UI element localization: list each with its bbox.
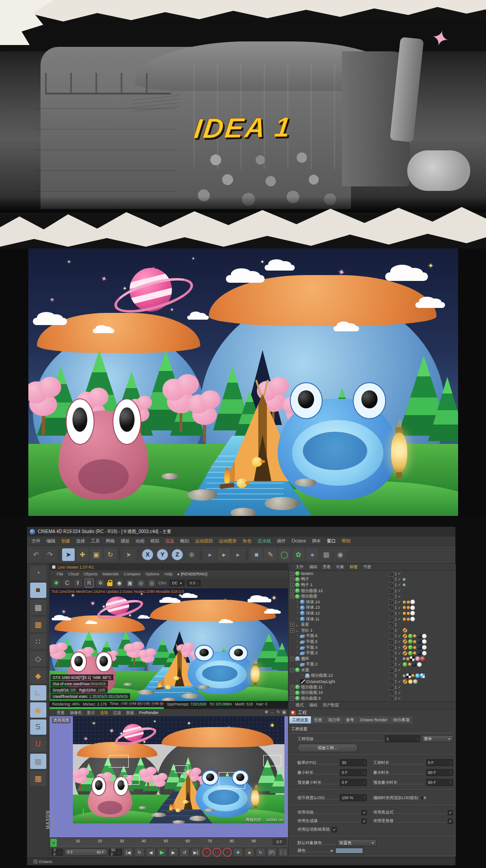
- visibility-dots-icon[interactable]: [395, 657, 397, 660]
- viewport-solo-icon[interactable]: ◉: [30, 702, 46, 718]
- loop-button[interactable]: ↺: [180, 848, 189, 857]
- vp-menu-摄像机[interactable]: 摄像机: [70, 710, 82, 716]
- object-row[interactable]: +∟星星: [288, 622, 456, 628]
- expand-icon[interactable]: +: [290, 594, 294, 598]
- expand-icon[interactable]: +: [290, 657, 294, 661]
- render-settings-icon[interactable]: ▸: [232, 548, 244, 561]
- rotate-tool-icon[interactable]: ↻: [104, 548, 117, 561]
- enabled-check-icon[interactable]: ✓: [398, 588, 402, 593]
- menu-工具[interactable]: 工具: [91, 538, 100, 544]
- y-axis-lock-icon[interactable]: Y: [157, 549, 168, 561]
- render-view-icon[interactable]: ▸: [204, 548, 216, 561]
- object-name[interactable]: 平面.5: [306, 639, 318, 645]
- white-tag-icon[interactable]: [410, 600, 415, 604]
- vp-menu-过滤[interactable]: 过滤: [113, 710, 121, 716]
- enabled-check-icon[interactable]: ✓: [398, 594, 402, 599]
- visibility-dots-icon[interactable]: [395, 572, 397, 575]
- expand-icon[interactable]: +: [290, 577, 294, 581]
- enabled-check-icon[interactable]: ✓: [398, 696, 402, 701]
- layer-chip-icon[interactable]: [389, 571, 394, 576]
- object-row[interactable]: +圆环: [288, 656, 456, 662]
- menu-运动跟踪[interactable]: 运动跟踪: [195, 538, 213, 544]
- enabled-check-icon[interactable]: ✓: [398, 651, 402, 656]
- color-mode-select[interactable]: 灰蓝色▼: [337, 839, 377, 846]
- end-frame-input[interactable]: 90 F↕: [109, 849, 122, 856]
- red-tag-icon[interactable]: [420, 656, 425, 661]
- ban-tag-icon[interactable]: [403, 651, 407, 656]
- kernel-settings-gear-icon[interactable]: ✲: [96, 579, 104, 587]
- magnet-icon[interactable]: U: [30, 737, 46, 752]
- orange-tag-icon[interactable]: [413, 634, 416, 637]
- orange-tag-icon[interactable]: [413, 646, 416, 649]
- expand-icon[interactable]: +: [290, 668, 294, 672]
- record-key-button[interactable]: ⚿: [202, 848, 211, 857]
- motion-checkbox[interactable]: ✓: [332, 827, 337, 832]
- visibility-dots-icon[interactable]: [395, 674, 397, 677]
- orange-tag-icon[interactable]: [407, 612, 410, 615]
- scale-unit-select[interactable]: 厘米▼: [422, 735, 453, 742]
- orange-tag-icon[interactable]: [403, 618, 406, 621]
- camera-icon[interactable]: ◉: [334, 548, 346, 561]
- sun-tag-icon[interactable]: [408, 679, 413, 684]
- object-name[interactable]: 平面.6: [306, 633, 318, 639]
- menu-捕捉[interactable]: 捕捉: [121, 538, 130, 544]
- object-row[interactable]: └细分曲面.12: [288, 673, 456, 679]
- object-name[interactable]: 平面.3: [306, 650, 318, 656]
- workplane-lock-icon[interactable]: ▦: [30, 754, 46, 769]
- enabled-check-icon[interactable]: ✓: [398, 583, 402, 587]
- object-name[interactable]: 平面.4: [306, 645, 318, 651]
- visibility-dots-icon[interactable]: [395, 578, 397, 581]
- layer-chip-icon[interactable]: [389, 639, 394, 644]
- menu-创建[interactable]: 创建: [61, 538, 70, 544]
- toggle-view-icon[interactable]: ▣: [282, 710, 286, 714]
- object-row[interactable]: +鸭子 1✓: [288, 582, 456, 588]
- om-menu-编辑[interactable]: 编辑: [309, 564, 317, 570]
- last-tool-icon[interactable]: ➤: [122, 548, 135, 561]
- object-name[interactable]: 细分曲面: [301, 593, 317, 599]
- menu-选择[interactable]: 选择: [76, 538, 85, 544]
- vp-menu-查看[interactable]: 查看: [57, 710, 65, 716]
- cyan-tag-icon[interactable]: [415, 674, 420, 678]
- object-name[interactable]: 球体.14: [306, 599, 320, 605]
- gen-checkbox[interactable]: ✓: [361, 818, 367, 824]
- object-name[interactable]: 水面: [301, 667, 309, 673]
- spline-pen-icon[interactable]: ✎: [264, 548, 277, 561]
- visibility-dots-icon[interactable]: [395, 691, 397, 694]
- enabled-check-icon[interactable]: ✓: [398, 617, 402, 621]
- object-row[interactable]: └平面.4✓: [288, 645, 456, 651]
- sphereg-tag-icon[interactable]: [413, 679, 418, 684]
- channel-select[interactable]: DE ▼: [170, 580, 184, 586]
- pmin-input[interactable]: 0 F↕: [340, 779, 367, 786]
- enabled-check-icon[interactable]: ✓: [398, 662, 402, 667]
- vp-menu-ProRender[interactable]: ProRender: [139, 710, 159, 715]
- layer-chip-icon[interactable]: [389, 673, 394, 678]
- object-row[interactable]: +细分曲面✓: [288, 593, 456, 599]
- ban-tag-icon[interactable]: [403, 645, 407, 650]
- current-frame-input[interactable]: 0 F↕: [51, 849, 63, 856]
- menu-角色[interactable]: 角色: [243, 538, 252, 544]
- object-row[interactable]: └OctaneDayLight✓: [288, 678, 456, 684]
- am-mode-编辑[interactable]: 编辑: [309, 702, 317, 708]
- enabled-check-icon[interactable]: ✓: [398, 685, 402, 689]
- live-viewer-render-view[interactable]: Tick:1ms/3ms MeshGen:242ms Update:2.01se…: [50, 588, 288, 701]
- lv-menu-file[interactable]: File: [57, 572, 63, 576]
- green-tag-icon[interactable]: [403, 662, 407, 667]
- autokey-button[interactable]: ( ): [212, 848, 221, 857]
- visibility-dots-icon[interactable]: [395, 629, 397, 632]
- object-name[interactable]: 鸭子 1: [301, 582, 313, 588]
- orange-tag-icon[interactable]: [407, 618, 410, 621]
- object-row[interactable]: └平面.6✓: [288, 633, 456, 639]
- menu-窗口[interactable]: 窗口: [327, 538, 336, 544]
- visibility-dots-icon[interactable]: [395, 651, 397, 655]
- undo-icon[interactable]: ↶: [30, 548, 42, 561]
- visibility-dots-icon[interactable]: [395, 623, 397, 626]
- object-row[interactable]: └球体.12✓: [288, 610, 456, 616]
- am-mode-用户数据[interactable]: 用户数据: [323, 702, 339, 708]
- om-menu-标签[interactable]: 标签: [350, 564, 358, 570]
- tab-Octane Render[interactable]: Octane Render: [357, 716, 390, 723]
- layer-chip-icon[interactable]: [389, 628, 394, 633]
- preview-range-slider[interactable]: 0 F90 F: [64, 849, 108, 856]
- layer-chip-icon[interactable]: [389, 645, 394, 650]
- object-name[interactable]: 球体.12: [306, 610, 320, 616]
- tab-信息[interactable]: 信息: [311, 716, 325, 723]
